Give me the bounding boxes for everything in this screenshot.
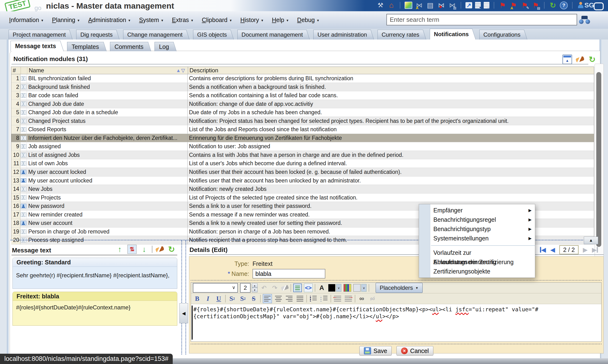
table-row[interactable]: 15 New Projects List of Projects of the … — [11, 194, 594, 202]
flag-doc-icon[interactable] — [532, 1, 540, 9]
search-input[interactable] — [386, 14, 577, 25]
background-color-swatch[interactable] — [353, 284, 360, 292]
font-size-stepper[interactable]: ▲▼ — [252, 283, 258, 292]
align-right-icon[interactable] — [285, 294, 293, 303]
remove-link-icon[interactable] — [368, 294, 377, 303]
bullet-list-icon[interactable] — [309, 294, 318, 303]
placeholders-button[interactable]: Placeholders ▼ — [376, 283, 423, 293]
menu-item[interactable]: Empfänger ▶ — [419, 206, 535, 215]
text-color-chevron-icon[interactable]: ∨ — [336, 284, 341, 292]
source-mode-icon[interactable]: <> — [304, 284, 313, 292]
sub-tab[interactable]: Message texts — [11, 41, 60, 51]
sub-tab[interactable]: Templates — [67, 42, 103, 51]
column-header-description[interactable]: Description — [188, 67, 594, 74]
remove-format-icon[interactable] — [281, 285, 289, 291]
eraser-icon[interactable] — [575, 56, 584, 63]
table-row[interactable]: 12 My user account locked Notifies user … — [11, 168, 594, 177]
menu-item[interactable]: Vorlaufzeit zur Erneuerungserinnerung ▶ — [419, 248, 535, 258]
strikethrough-icon[interactable]: S — [249, 294, 258, 303]
vertical-splitter[interactable] — [181, 240, 186, 354]
table-row[interactable]: 5 Changed Job due date in a schedule Due… — [11, 108, 594, 117]
menu-item[interactable]: Zertifizierungsobjekte ▶ — [419, 267, 535, 276]
menu-item[interactable]: Extras ▼ — [172, 16, 194, 24]
font-color-icon[interactable]: A — [317, 284, 326, 292]
undo-icon[interactable]: ↶ — [260, 284, 268, 292]
table-row[interactable]: 3 Bar code scan failed Sends a notificat… — [11, 91, 594, 100]
superscript-icon[interactable]: S2 — [238, 294, 247, 303]
move-down-icon[interactable] — [140, 245, 148, 254]
sub-tab[interactable]: Comments — [110, 42, 148, 51]
italic-icon[interactable]: I — [204, 294, 212, 303]
greeting-card[interactable]: Greeting: Standard Sehr geehrte(r) #{rec… — [13, 258, 177, 289]
user-initials-badge[interactable]: SG — [584, 1, 594, 9]
menu-item[interactable]: Help ▼ — [272, 16, 289, 24]
main-tab[interactable]: Currency rates — [378, 30, 423, 39]
map-icon[interactable] — [405, 2, 412, 9]
redo-icon[interactable]: ↷ — [270, 284, 279, 292]
table-row[interactable]: 2 Background task finished Sends a notif… — [11, 83, 594, 91]
indent-icon[interactable] — [344, 294, 353, 303]
valve-red-icon[interactable] — [437, 1, 445, 9]
preview-mode-icon[interactable] — [293, 284, 302, 292]
tools-icon[interactable] — [376, 1, 384, 9]
menu-item[interactable]: Planning ▼ — [52, 16, 80, 24]
sub-tab[interactable]: Log — [155, 42, 173, 51]
doc-export-icon[interactable] — [484, 2, 489, 9]
menu-item[interactable]: Ablaufdatum der Zertifizierung ▶ — [419, 258, 535, 267]
align-justify-icon[interactable] — [296, 294, 304, 303]
main-tab[interactable]: Configurations — [479, 30, 524, 39]
menu-item[interactable]: Benachrichtigungsregel ▶ — [419, 215, 535, 224]
table-row[interactable]: 8 Informiert den Nutzer über die Fachobj… — [11, 134, 594, 143]
flag-icon[interactable] — [499, 1, 507, 9]
main-tab[interactable]: Document management — [238, 30, 306, 39]
font-size-input[interactable]: 2 — [240, 283, 251, 293]
flag-edit-icon[interactable] — [521, 1, 529, 9]
reorder-icon[interactable] — [127, 245, 137, 254]
main-tab[interactable]: Notifications — [430, 29, 472, 39]
collapse-left-panel-button[interactable]: ◀ — [179, 303, 188, 323]
refresh-icon[interactable] — [588, 55, 596, 64]
help-icon[interactable] — [560, 1, 568, 9]
pager-next-button[interactable]: ▶ — [583, 246, 588, 254]
cancel-button[interactable]: × Cancel — [397, 346, 433, 356]
bold-icon[interactable]: B — [193, 294, 201, 303]
valve-warning-icon[interactable] — [415, 1, 423, 9]
align-left-icon[interactable] — [263, 294, 272, 303]
pager-last-button[interactable]: ▶ — [592, 246, 598, 254]
table-row[interactable]: 10 List of assigned Jobs Contains a list… — [11, 151, 594, 159]
color-palette-icon[interactable] — [344, 284, 351, 292]
table-row[interactable]: 1 BIL synchronization failed Contains er… — [11, 74, 594, 83]
insert-link-icon[interactable] — [357, 294, 366, 303]
move-up-icon[interactable] — [116, 245, 124, 254]
column-header-index[interactable]: # — [11, 67, 21, 74]
doc-search-icon[interactable] — [475, 2, 481, 9]
column-header-icon[interactable] — [21, 67, 27, 74]
scrollbar-thumb[interactable] — [596, 72, 601, 247]
table-row[interactable]: 4 Changed Job due date Notification: cha… — [11, 100, 594, 108]
subscript-icon[interactable]: S2 — [228, 294, 237, 303]
numbered-list-icon[interactable] — [320, 294, 329, 303]
freitext-card[interactable]: Freitext: blabla #{roles}#{shortDueDate}… — [13, 292, 177, 326]
outdent-icon[interactable] — [333, 294, 342, 303]
menu-item[interactable]: Information ▼ — [9, 16, 44, 24]
menu-item[interactable]: History ▼ — [240, 16, 264, 24]
main-tab[interactable]: Project management — [9, 30, 69, 39]
eraser-icon[interactable] — [155, 246, 164, 253]
main-tab[interactable]: GIS objects — [193, 30, 230, 39]
sort-asc-icon[interactable]: ▲ — [176, 68, 181, 73]
sort-icons[interactable]: ▲▽ — [176, 67, 185, 74]
column-header-name[interactable]: Name ▲▽ — [27, 67, 188, 74]
search-binoculars-icon[interactable] — [579, 15, 590, 24]
table-row[interactable]: 6 Changed Project status Notification: P… — [11, 117, 594, 126]
home-icon[interactable] — [387, 1, 396, 9]
main-tab[interactable]: Change management — [123, 30, 186, 39]
table-row[interactable]: 7 Closed Reports List of the Jobs and Re… — [11, 125, 594, 134]
underline-icon[interactable]: U — [214, 294, 223, 303]
pager-first-button[interactable]: ◀ — [540, 246, 546, 254]
table-row[interactable]: 14 New Jobs Notification: newly created … — [11, 185, 594, 194]
text-color-swatch[interactable] — [328, 284, 335, 292]
refresh-icon[interactable] — [549, 1, 557, 9]
font-family-select[interactable] — [193, 283, 238, 293]
menu-item[interactable]: ▶ — [431, 246, 535, 246]
chat-bubble-icon[interactable] — [594, 2, 604, 10]
